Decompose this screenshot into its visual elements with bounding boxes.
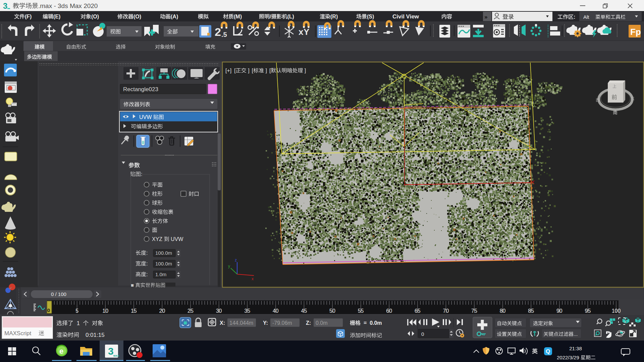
svg-text:(A): (A) (171, 14, 178, 19)
svg-text:z: z (235, 258, 237, 262)
svg-text:[+]: [+] (225, 68, 231, 73)
svg-text:.max - 3ds Max 2020: .max - 3ds Max 2020 (38, 2, 98, 9)
svg-text:21:38: 21:38 (569, 346, 582, 351)
svg-text:0: 0 (47, 307, 50, 313)
svg-text:[: [ (252, 68, 254, 73)
svg-text:0 / 100: 0 / 100 (51, 291, 66, 297)
svg-text:55: 55 (358, 308, 364, 314)
svg-text:XYZ: XYZ (152, 236, 164, 242)
svg-text:2: 2 (215, 25, 221, 38)
svg-text:100.0m: 100.0m (155, 250, 172, 256)
svg-text:...: ... (574, 331, 578, 337)
svg-text:e: e (59, 347, 63, 355)
svg-text:90: 90 (556, 308, 562, 314)
svg-text:]: ] (303, 68, 306, 73)
svg-text:1: 1 (73, 320, 83, 326)
svg-text:X:: X: (220, 320, 225, 326)
svg-text:100: 100 (612, 308, 621, 314)
svg-text:Fp: Fp (630, 27, 641, 37)
svg-text:(O): (O) (133, 14, 141, 19)
svg-text:MAX: MAX (113, 354, 119, 357)
svg-text:= 0.0m: = 0.0m (361, 320, 382, 326)
svg-text:(O): (O) (91, 14, 99, 19)
svg-text:MAXScript: MAXScript (4, 330, 33, 337)
svg-text:(M): (M) (234, 14, 242, 19)
svg-text:5: 5 (75, 308, 78, 314)
svg-text:/: / (270, 14, 271, 19)
svg-text:3: 3 (108, 346, 114, 357)
svg-text:0:01:15: 0:01:15 (79, 332, 105, 338)
svg-text::: : (146, 250, 148, 256)
svg-text:45: 45 (301, 308, 307, 314)
svg-text:(F): (F) (25, 14, 32, 19)
svg-text::: : (146, 261, 148, 266)
svg-text:(E): (E) (53, 14, 60, 19)
svg-text:UVW: UVW (169, 236, 184, 242)
svg-text:(L): (L) (287, 14, 294, 19)
svg-text:Civil View: Civil View (392, 13, 419, 20)
svg-text:x: x (299, 27, 304, 37)
svg-text:1.0m: 1.0m (155, 272, 166, 277)
svg-text::: : (146, 272, 148, 277)
svg-text::: : (574, 14, 575, 20)
svg-text:15: 15 (131, 308, 137, 314)
svg-text:UVW: UVW (139, 114, 153, 120)
svg-text:20: 20 (159, 308, 165, 314)
svg-text:95: 95 (585, 308, 591, 314)
svg-text:80: 80 (500, 308, 506, 314)
svg-text:Z:: Z: (306, 320, 311, 326)
svg-text:y: y (228, 264, 230, 268)
svg-text:100.0m: 100.0m (155, 261, 172, 266)
svg-text:0: 0 (421, 331, 424, 337)
svg-text:.5: .5 (221, 31, 227, 38)
svg-text:65: 65 (415, 308, 421, 314)
svg-text:x: x (252, 277, 254, 281)
svg-text:10: 10 (102, 308, 108, 314)
svg-text:]: ] (264, 68, 267, 73)
svg-text:144.044m: 144.044m (229, 320, 253, 326)
svg-text:Y:: Y: (263, 320, 268, 326)
svg-text:(R): (R) (330, 14, 338, 19)
svg-text:75: 75 (471, 308, 477, 314)
svg-text:85: 85 (528, 308, 534, 314)
svg-text:25: 25 (187, 308, 194, 314)
svg-text:50: 50 (329, 308, 335, 314)
svg-text:30: 30 (216, 308, 222, 314)
svg-text:Rectangle023: Rectangle023 (123, 86, 158, 93)
svg-text:]: ] (247, 68, 250, 73)
svg-text:Alt: Alt (583, 14, 591, 20)
svg-text:(S): (S) (367, 14, 374, 19)
svg-text:»: » (484, 14, 487, 20)
svg-text:0.0m: 0.0m (316, 320, 328, 326)
svg-text:35: 35 (244, 308, 250, 314)
svg-text:3: 3 (3, 1, 7, 10)
svg-text:-79.06m: -79.06m (272, 320, 292, 326)
svg-text:2022/3/29: 2022/3/29 (557, 355, 581, 360)
svg-text:70: 70 (443, 308, 449, 314)
svg-text:[: [ (269, 68, 271, 73)
svg-text:60: 60 (386, 308, 392, 314)
svg-text:■: ■ (131, 282, 135, 288)
svg-text:Q: Q (546, 348, 550, 355)
svg-text:[: [ (234, 68, 236, 73)
svg-text:40: 40 (273, 308, 279, 314)
svg-text:Y: Y (304, 27, 309, 37)
